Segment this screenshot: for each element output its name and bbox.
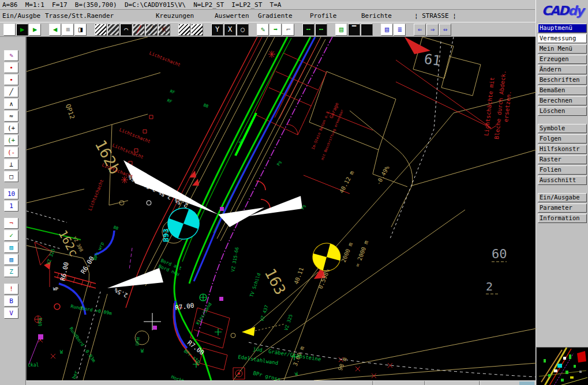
overview-minimap[interactable] bbox=[536, 347, 588, 385]
scrollbar-thumb[interactable] bbox=[519, 382, 534, 385]
list-blue-icon[interactable]: ≣ bbox=[394, 24, 406, 36]
track-dashes-b-icon[interactable]: ╍ bbox=[315, 24, 327, 36]
menu-item-5[interactable]: Profile bbox=[310, 10, 336, 22]
sidebar-item-folien[interactable]: Folien bbox=[538, 165, 587, 175]
sidebar-item-folgen[interactable]: Folgen bbox=[538, 134, 587, 144]
arrow-blue-both-icon[interactable]: ⇔ bbox=[439, 24, 451, 36]
sidebar-item-hilfskonstr[interactable]: Hilfskonstr bbox=[538, 145, 587, 154]
sidebar-item-l-schen[interactable]: Löschen bbox=[538, 107, 587, 116]
sidebar-item-raster[interactable]: Raster bbox=[538, 155, 587, 164]
canvas-label: Hochb bbox=[170, 374, 185, 380]
point-line-icon[interactable]: ∙ bbox=[4, 62, 18, 73]
toolbar-group: ╍╍ bbox=[302, 24, 328, 36]
menu-item-6[interactable]: Berichte bbox=[361, 10, 392, 22]
decimal-1-icon[interactable]: 1 bbox=[4, 201, 18, 212]
pencil-green-icon[interactable]: ✎ bbox=[257, 24, 269, 36]
check-green-icon[interactable]: ✓ bbox=[4, 230, 18, 241]
hatch-k-icon[interactable]: K bbox=[158, 24, 170, 36]
sidebar-item-parameter[interactable]: Parameter bbox=[538, 203, 587, 213]
hatch-45-icon[interactable] bbox=[95, 24, 107, 36]
sidebar-item-vermessung[interactable]: Vermessung bbox=[538, 34, 587, 43]
x-junction-icon[interactable]: X bbox=[224, 24, 236, 36]
hatch-move-icon[interactable]: ⇗ bbox=[107, 24, 119, 36]
v-style-icon[interactable]: V bbox=[4, 308, 18, 319]
canvas-label: W bbox=[60, 350, 63, 355]
point-icon[interactable]: • bbox=[4, 74, 18, 85]
list-lines-icon[interactable]: ≡ bbox=[62, 24, 74, 36]
canvas-label: -0.49% bbox=[375, 165, 391, 186]
sidebar-item-bema-en[interactable]: Bemaßen bbox=[538, 86, 587, 95]
curve-icon[interactable]: ⌒ bbox=[120, 24, 132, 36]
line-icon[interactable]: ╱ bbox=[4, 86, 18, 97]
drawing-canvas[interactable]: 162b162cYZ 308163QP126160240.12 m-0.49%=… bbox=[26, 37, 535, 380]
sidebar-item-berechnen[interactable]: Berechnen bbox=[538, 96, 587, 105]
sidebar-item-symbole[interactable]: Symbole bbox=[538, 124, 587, 133]
canvas-label: RF bbox=[166, 98, 173, 104]
canvas-label: Lichtschacht bbox=[88, 179, 105, 212]
menu-item-1[interactable]: Trasse/Stt.Raender bbox=[45, 10, 114, 22]
sidebar-item-ein-ausgabe[interactable]: Ein/Ausgabe bbox=[538, 193, 587, 202]
decimal-10-icon[interactable]: 10 bbox=[4, 188, 18, 199]
sidebar-item-mein-men-[interactable]: Mein Menü bbox=[538, 44, 587, 54]
panel-black-b-icon[interactable] bbox=[361, 24, 373, 36]
hatch-cyan-a-icon[interactable]: ▨ bbox=[4, 242, 18, 253]
canvas-label: B93 bbox=[162, 229, 170, 242]
hatch-cyan-b-icon[interactable]: ▨ bbox=[4, 254, 18, 265]
trim-marks-icon[interactable]: ¬ bbox=[4, 218, 18, 229]
road-panel-icon[interactable]: ▤ bbox=[335, 24, 347, 36]
arrow-blue-left-icon[interactable]: ⇐ bbox=[414, 24, 426, 36]
rectangle-icon[interactable]: □ bbox=[4, 171, 18, 182]
toolbar-group: ▤▔ bbox=[335, 24, 373, 36]
polyline-tangent-icon[interactable]: ≈ bbox=[4, 111, 18, 122]
toolbar-group: !BV bbox=[4, 284, 25, 319]
perpendicular-icon[interactable]: ⊥ bbox=[4, 159, 18, 170]
sidebar-item--ndern[interactable]: Ändern bbox=[538, 65, 587, 74]
canvas-label: BPr gross bbox=[253, 370, 282, 380]
hatch-pair-a-icon[interactable] bbox=[178, 24, 190, 36]
table-blue-icon[interactable]: ▤ bbox=[381, 24, 393, 36]
b-blue-icon[interactable]: B bbox=[4, 296, 18, 307]
sidebar-item-beschriften[interactable]: Beschriften bbox=[538, 76, 587, 85]
hatch-pair-b-icon[interactable] bbox=[191, 24, 203, 36]
toolbar-group: ◀≡◨ bbox=[49, 24, 87, 36]
horizontal-scrollbar[interactable] bbox=[26, 380, 535, 385]
menu-item-7[interactable]: ¦ STRASSE ¦ bbox=[414, 10, 456, 22]
screen-out-icon[interactable]: ◨ bbox=[74, 24, 87, 36]
sidebar-menu-panel: HauptmenüVermessungMein MenüErzeugenÄnde… bbox=[535, 22, 588, 385]
toolbar-group: 101 bbox=[4, 188, 25, 212]
menu-bar: Ein/AusgbeTrasse/Stt.RaenderKreuzungenAu… bbox=[0, 10, 535, 22]
menu-item-4[interactable]: Gradiente bbox=[258, 10, 293, 22]
arc-minus-icon[interactable]: (- bbox=[4, 147, 18, 158]
sidebar-item-hauptmen-[interactable]: Hauptmenü bbox=[538, 24, 587, 33]
zoom-z-icon[interactable]: Z bbox=[4, 266, 18, 277]
freehand-icon[interactable]: ✎ bbox=[4, 50, 18, 61]
circle-node-icon[interactable]: ○ bbox=[237, 24, 249, 36]
y-junction-icon[interactable]: Y bbox=[211, 24, 223, 36]
arc-plus-icon[interactable]: (+ bbox=[4, 123, 18, 134]
arrow-blue-right-icon[interactable]: ⇒ bbox=[426, 24, 439, 36]
track-dashes-a-icon[interactable]: ╍ bbox=[302, 24, 314, 36]
hatch-red-icon[interactable]: ╱ bbox=[133, 24, 145, 36]
hook-icon[interactable]: ⌐ bbox=[282, 24, 294, 36]
warning-icon[interactable]: ! bbox=[4, 284, 18, 295]
sidebar-item-erzeugen[interactable]: Erzeugen bbox=[538, 55, 587, 64]
panel-black-a-icon[interactable]: ▔ bbox=[348, 24, 360, 36]
screen-in-icon[interactable]: ▶ bbox=[16, 24, 28, 36]
polyline-icon[interactable]: ∧ bbox=[4, 99, 18, 110]
hatch-line-icon[interactable]: ╱ bbox=[145, 24, 158, 36]
main-toolbar: ▶▶◀≡◨⇗⌒╱╱KYX○✎➡⌐╍╍▤▔▤≣⇐⇒⇔ bbox=[0, 22, 535, 37]
sidebar-item-ausschnitt[interactable]: Ausschnitt bbox=[538, 176, 587, 185]
arc-plus-tangent-icon[interactable]: (+ bbox=[4, 135, 18, 146]
toolbar-group: ▤≣ bbox=[381, 24, 406, 36]
sidebar-item-information[interactable]: Information bbox=[538, 214, 587, 223]
new-blank-icon[interactable] bbox=[3, 24, 16, 36]
toolbar-group: ▶▶ bbox=[3, 24, 42, 36]
menu-item-2[interactable]: Kreuzungen bbox=[156, 10, 194, 22]
logo-text-dy: dy bbox=[568, 3, 583, 18]
menu-item-0[interactable]: Ein/Ausgbe bbox=[2, 10, 40, 22]
arrow-door-icon[interactable]: ➡ bbox=[269, 24, 282, 36]
logo-text-cad: CAD bbox=[542, 3, 568, 18]
menu-item-3[interactable]: Auswerten bbox=[215, 10, 249, 22]
back-in-icon[interactable]: ◀ bbox=[49, 24, 61, 36]
run-green-icon[interactable]: ▶ bbox=[29, 24, 41, 36]
